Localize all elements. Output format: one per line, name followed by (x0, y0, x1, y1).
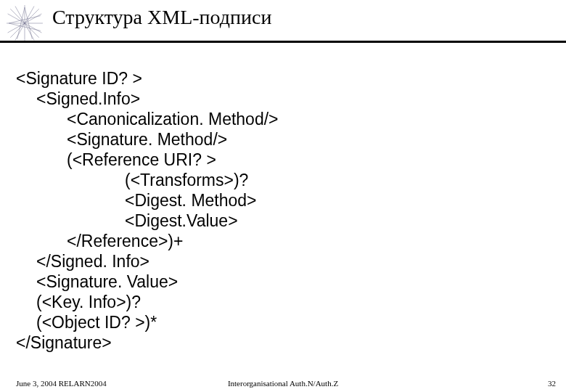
code-line: </Signed. Info> (36, 251, 551, 271)
code-line: (<Reference URI? > (67, 150, 551, 170)
code-line: (<Transforms>)? (125, 170, 551, 190)
slide-header: Структура XML-подписи (0, 0, 566, 45)
code-line: <Signature. Value> (36, 271, 551, 292)
code-line: <Signature ID? > (16, 68, 551, 89)
code-line: <Digest.Value> (125, 211, 551, 231)
slide: Структура XML-подписи <Signature ID? > <… (0, 0, 566, 392)
code-line: (<Object ID? >)* (36, 312, 551, 332)
code-line: <Digest. Method> (125, 190, 551, 211)
page-number: 32 (548, 379, 556, 388)
slide-footer: June 3, 2004 RELARN2004 Interorganisatio… (0, 373, 566, 388)
starburst-icon (6, 4, 44, 42)
header-divider (0, 41, 566, 43)
code-line: <Signed.Info> (36, 89, 551, 109)
code-line: (<Key. Info>)? (36, 292, 551, 312)
code-block: <Signature ID? > <Signed.Info> <Canonica… (16, 68, 551, 353)
code-line: </Signature> (16, 332, 551, 353)
code-line: <Signature. Method/> (67, 129, 551, 150)
footer-title: Interorganisational Auth.N/Auth.Z (0, 379, 566, 388)
slide-title: Структура XML-подписи (52, 6, 271, 29)
code-line: </Reference>)+ (67, 231, 551, 251)
code-line: <Canonicalization. Method/> (67, 109, 551, 129)
